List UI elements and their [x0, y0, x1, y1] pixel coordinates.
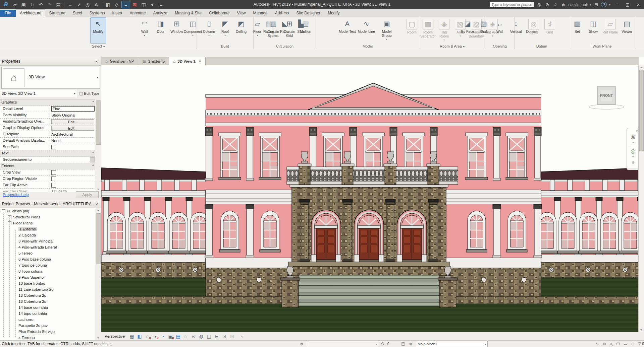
ribbon-tab[interactable]: Site Designer — [292, 10, 324, 17]
ribbon-tab[interactable]: View — [233, 10, 250, 17]
ribbon-tab[interactable]: Manage — [249, 10, 271, 17]
collapse-icon[interactable]: − — [2, 209, 5, 213]
tag-by-category-icon[interactable]: ◎ — [84, 1, 92, 8]
app-store-icon[interactable]: ⊟ — [593, 2, 599, 7]
tree-item-floor-plan[interactable]: 4 Piso-Entrada Lateral — [0, 244, 95, 250]
temporary-hide-isolate-icon[interactable]: ⌂ — [183, 333, 189, 339]
editing-requests-icon[interactable]: ⊘ — [381, 341, 384, 346]
tree-item-floor-plan[interactable]: 9 Piso Superior — [0, 274, 95, 280]
worksets-icon[interactable]: ☻ — [300, 341, 304, 346]
scale-icon[interactable]: ▦ — [129, 333, 135, 339]
ribbon-button-ref-plane[interactable]: ▱ Ref Plane — [601, 17, 619, 44]
ribbon-button-model-text[interactable]: A Model Text — [338, 17, 357, 44]
ribbon-panel-label[interactable]: Select▾ — [0, 44, 197, 49]
tree-item-floor-plan[interactable]: 5 Terreo — [0, 250, 95, 256]
view-tab[interactable]: ⌂ 3D View 1 × — [169, 57, 205, 65]
design-option-selector[interactable]: Main Model▾ — [416, 341, 488, 347]
tree-item-floor-plan[interactable]: 3 Piso-Entr Principal — [0, 238, 95, 244]
user-caret-icon[interactable]: ▾ — [590, 3, 591, 6]
edit-type-button[interactable]: ◫ Edit Type — [77, 90, 101, 97]
ribbon-button-wall[interactable]: ◠ Wall ▾ — [137, 17, 153, 44]
ribbon-button-by-face[interactable]: ◪ By Face — [460, 17, 476, 44]
help-caret-icon[interactable]: ▾ — [609, 3, 610, 6]
ribbon-tab[interactable]: Analyze — [150, 10, 171, 17]
tree-item-floor-plan[interactable]: 6 Piso base coluna — [0, 256, 95, 262]
reveal-hidden-icon[interactable]: ∞ — [191, 333, 197, 339]
measure-icon[interactable]: ↔ — [66, 1, 74, 8]
minimize-button[interactable]: ─ — [612, 1, 621, 8]
reveal-constraints-icon[interactable]: ⊟ — [214, 333, 220, 339]
ribbon-button-ceiling[interactable]: ◩ Ceiling — [233, 17, 249, 44]
ribbon-panel-label[interactable]: Opening — [485, 44, 514, 49]
sun-path-icon[interactable]: ☼ ✕ — [144, 333, 150, 339]
rendering-dialog-icon[interactable]: ◔ — [160, 333, 166, 339]
sync-icon[interactable]: ↻ — [28, 1, 36, 8]
properties-scrollbar[interactable]: ▼ — [95, 99, 101, 192]
tree-item-floor-plan[interactable]: 14 base corinthia — [0, 304, 95, 310]
ribbon-button-model-line[interactable]: ∿ Model Line — [357, 17, 376, 44]
filter-icon[interactable]: ▽ — [638, 341, 641, 346]
ribbon-panel-label[interactable]: Work Plane — [569, 44, 635, 49]
ribbon-button-window[interactable]: ⊞ Window — [169, 17, 185, 44]
view-tab[interactable]: ▦ 1 Externo — [138, 57, 169, 65]
select-pinned-icon[interactable]: ⊟ — [616, 341, 620, 346]
checkbox[interactable] — [51, 183, 56, 188]
properties-help-link[interactable]: Properties help — [3, 193, 29, 197]
ribbon-panel-label[interactable]: Model — [316, 44, 419, 49]
tree-item-floor-plan[interactable]: 7 topo pé coluna — [0, 262, 95, 268]
edit-button[interactable]: Edit... — [51, 119, 94, 124]
search-icon[interactable]: ◎ — [536, 2, 542, 7]
undo-icon[interactable]: ↶ — [37, 1, 45, 8]
scroll-up-icon[interactable]: ▲ — [639, 66, 644, 69]
ribbon-button-grid[interactable]: ♯ Grid — [542, 17, 558, 44]
ribbon-button-roof[interactable]: ◤ Roof ▾ — [217, 17, 233, 44]
favorites-icon[interactable]: ☆ — [552, 2, 558, 7]
ribbon-button-wall-opening[interactable]: ↔ Wall — [492, 17, 508, 44]
ribbon-button-door[interactable]: ◨ Door — [153, 17, 169, 44]
ribbon-panel-label[interactable]: Build — [197, 44, 253, 49]
apply-button[interactable]: Apply — [76, 191, 99, 198]
ribbon-button-set[interactable]: ▦ Set — [569, 17, 585, 44]
save-icon[interactable]: ▣ — [19, 1, 28, 8]
ribbon-button-shaft[interactable]: ▦ Shaft — [476, 17, 492, 44]
ribbon-button-model-group[interactable]: ▣ Model Group ▾ — [376, 17, 397, 44]
wheel-caret-icon[interactable]: ▾ — [632, 141, 634, 144]
help-icon[interactable]: ? — [601, 2, 607, 7]
edit-button[interactable]: Edit... — [51, 126, 94, 131]
tree-item-floor-plan[interactable]: Parapeito 2o pav — [0, 323, 95, 329]
scroll-down-icon[interactable]: ▼ — [639, 329, 644, 332]
project-browser-close-icon[interactable]: × — [94, 202, 99, 207]
scroll-left-icon[interactable]: ‹ — [241, 334, 243, 339]
ribbon-button-level[interactable]: ◎ Level — [526, 17, 542, 44]
close-button[interactable]: × — [634, 1, 643, 8]
workset-selector[interactable]: ▾ — [306, 341, 379, 347]
ribbon-tab[interactable]: Structure — [45, 10, 69, 17]
active-only-icon[interactable]: ☻ — [409, 341, 413, 346]
default-3d-view-icon[interactable]: ◧ — [104, 1, 112, 8]
ribbon-tab[interactable]: Massing & Site — [171, 10, 205, 17]
ribbon-tab[interactable]: Insert — [108, 10, 126, 17]
tree-item-floor-plan[interactable]: cachorro — [0, 317, 95, 323]
print-icon[interactable]: ▤ — [54, 1, 62, 8]
scroll-up-icon[interactable]: ▲ — [95, 209, 101, 212]
customize-qat-icon[interactable]: ≡ — [157, 1, 165, 8]
design-options-icon[interactable]: ▤ — [401, 341, 405, 346]
tree-item-floor-plans[interactable]: − Floor Plans — [0, 220, 95, 226]
restore-button[interactable]: ◱ — [623, 1, 632, 8]
open-icon[interactable]: ▱ — [11, 1, 19, 8]
checkbox[interactable] — [51, 145, 56, 149]
background-process-icon[interactable]: ⊙ — [631, 341, 635, 346]
mini-button[interactable] — [90, 157, 95, 162]
text-icon[interactable]: A — [92, 1, 100, 8]
qat-caret-icon[interactable]: ▾ — [148, 1, 156, 8]
tree-item-floor-plan[interactable]: 14 topo coritnhia — [0, 310, 95, 317]
steering-wheel-icon[interactable]: ◉ — [631, 133, 636, 140]
ribbon-panel-label[interactable]: Circulation — [254, 44, 316, 49]
ribbon-button-viewer[interactable]: ▤ Viewer — [619, 17, 635, 44]
shadows-icon[interactable]: ◑ ✕ — [152, 333, 158, 339]
tree-item-floor-plan[interactable]: 13 Cobertura 2s — [0, 298, 95, 304]
redo-icon[interactable]: ↷ — [46, 1, 54, 8]
editable-only-icon[interactable]: ↖ — [595, 341, 599, 346]
ribbon-button-room[interactable]: ▢ Room — [404, 17, 420, 44]
ribbon-panel-label[interactable]: Datum — [515, 44, 569, 49]
